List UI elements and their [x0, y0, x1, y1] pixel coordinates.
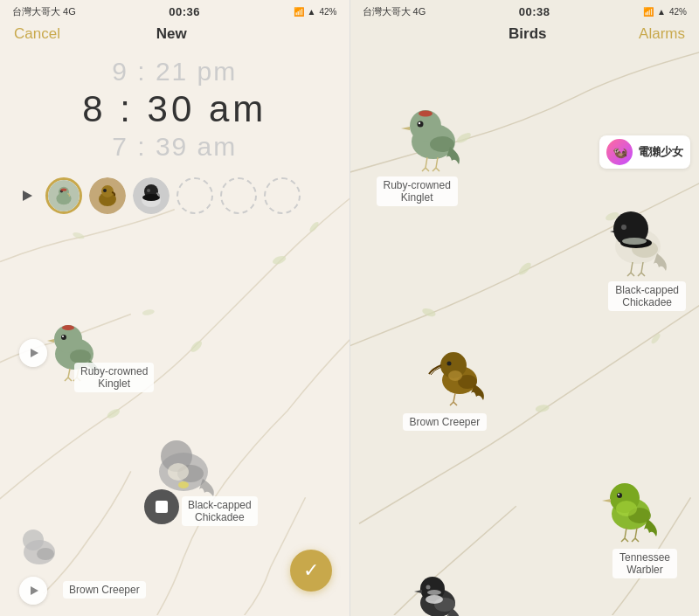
bird-brown-creeper-right[interactable]	[420, 332, 499, 411]
svg-point-10	[61, 188, 67, 190]
bird-warbler-right[interactable]	[590, 463, 673, 546]
svg-point-0	[106, 407, 121, 420]
svg-point-32	[23, 529, 44, 550]
svg-point-4	[142, 308, 155, 315]
stop-button[interactable]	[144, 489, 179, 524]
svg-point-33	[37, 548, 54, 560]
bird-small-silhouette	[9, 516, 70, 577]
svg-point-35	[516, 260, 532, 276]
page-title-right: Birds	[509, 25, 546, 43]
svg-point-62	[616, 501, 637, 516]
status-icons-right: 📶 ▲ 42%	[643, 7, 687, 17]
label-brown-creeper-right[interactable]: Brown Creeper	[403, 413, 488, 431]
svg-point-36	[421, 307, 437, 318]
label-chickadee-right[interactable]: Black-cappedChickadee	[608, 281, 686, 311]
svg-point-14	[103, 189, 107, 192]
alarms-button[interactable]: Alarms	[639, 25, 685, 43]
status-bar-left: 台灣大哥大 4G 00:36 📶 ▲ 42%	[0, 0, 350, 22]
svg-point-18	[147, 189, 150, 192]
svg-point-68	[426, 585, 430, 590]
time-below: 7 : 39 am	[0, 132, 350, 162]
top-nav-left: Cancel New	[0, 22, 350, 50]
time-left: 00:36	[169, 5, 200, 18]
bird-striped-right[interactable]	[403, 559, 473, 616]
play-button-bottom[interactable]	[19, 577, 47, 605]
label-ruby-kinglet: Ruby-crownedKinglet	[74, 363, 154, 392]
svg-point-56	[446, 362, 451, 366]
status-icons-left: 📶 ▲ 42%	[294, 7, 337, 17]
svg-point-45	[419, 111, 433, 117]
label-ruby-kinglet-right[interactable]: Ruby-crownedKinglet	[377, 176, 458, 206]
carrier-left: 台灣大哥大 4G	[12, 5, 76, 18]
play-button-small[interactable]	[14, 183, 38, 208]
svg-point-30	[178, 481, 189, 488]
time-picker[interactable]: 9 : 21 pm 8 : 30 am 7 : 39 am	[0, 50, 350, 172]
cancel-button[interactable]: Cancel	[14, 25, 60, 43]
battery-icon: 42%	[319, 7, 336, 17]
page-title-left: New	[156, 25, 187, 43]
svg-point-2	[272, 254, 287, 266]
svg-point-13	[101, 185, 114, 197]
wifi-icon: ▲	[308, 7, 316, 17]
play-button-kinglet[interactable]	[19, 339, 47, 367]
time-current: 8 : 30 am	[0, 88, 350, 130]
bird-slot-empty-2[interactable]	[220, 177, 257, 214]
svg-point-1	[189, 339, 204, 354]
svg-point-43	[417, 121, 423, 128]
bird-avatar-kinglet[interactable]	[45, 177, 82, 214]
svg-point-39	[649, 332, 661, 345]
checkmark-icon: ✓	[303, 559, 319, 582]
stop-icon	[156, 501, 168, 513]
left-panel: 台灣大哥大 4G 00:36 📶 ▲ 42% Cancel New 9 : 21…	[0, 0, 350, 616]
bird-slot-empty-1[interactable]	[176, 177, 213, 214]
carrier-right: 台灣大哥大 4G	[363, 5, 426, 18]
bird-avatar-creeper[interactable]	[89, 177, 126, 214]
watermark: 🦦 電獺少女	[599, 135, 690, 169]
signal-icon: 📶	[294, 7, 304, 17]
confirm-button[interactable]: ✓	[290, 550, 332, 592]
right-panel: 台灣大哥大 4G 00:38 📶 ▲ 42% Birds Alarms 🦦 電獺…	[350, 0, 700, 616]
bird-slot-empty-3[interactable]	[264, 177, 301, 214]
svg-point-61	[618, 494, 619, 495]
svg-point-19	[142, 194, 160, 201]
time-right: 00:38	[519, 5, 550, 18]
label-brown-creeper-left: Brown Creeper	[63, 581, 146, 599]
status-bar-right: 台灣大哥大 4G 00:38 📶 ▲ 42%	[350, 0, 700, 22]
svg-point-24	[62, 336, 64, 337]
watermark-icon: 🦦	[606, 139, 633, 165]
time-above: 9 : 21 pm	[0, 57, 350, 87]
top-nav-right: Birds Alarms	[350, 22, 700, 50]
svg-point-5	[308, 220, 321, 233]
svg-point-3	[72, 231, 85, 239]
signal-icon-right: 📶	[643, 7, 654, 17]
svg-point-38	[535, 404, 550, 413]
bird-avatar-chickadee[interactable]	[133, 177, 170, 214]
svg-point-22	[70, 350, 91, 363]
svg-point-25	[62, 325, 74, 330]
watermark-text: 電獺少女	[638, 144, 683, 160]
svg-point-29	[168, 463, 189, 481]
bird-chickadee-right[interactable]	[594, 192, 682, 280]
svg-point-67	[427, 590, 441, 595]
svg-point-49	[621, 225, 626, 230]
label-chickadee-left: Black-cappedChickadee	[182, 496, 258, 526]
svg-point-23	[61, 335, 66, 340]
svg-point-51	[622, 238, 647, 245]
battery-icon-right: 42%	[669, 7, 687, 17]
sound-selector-row	[0, 172, 350, 219]
wifi-icon-right: ▲	[657, 7, 666, 17]
bird-kinglet-right[interactable]	[385, 87, 481, 175]
svg-point-55	[448, 370, 462, 381]
svg-point-44	[418, 122, 419, 124]
svg-point-66	[426, 595, 443, 604]
label-warbler-right[interactable]: TennesseeWarbler	[612, 549, 677, 578]
svg-point-60	[617, 493, 622, 498]
